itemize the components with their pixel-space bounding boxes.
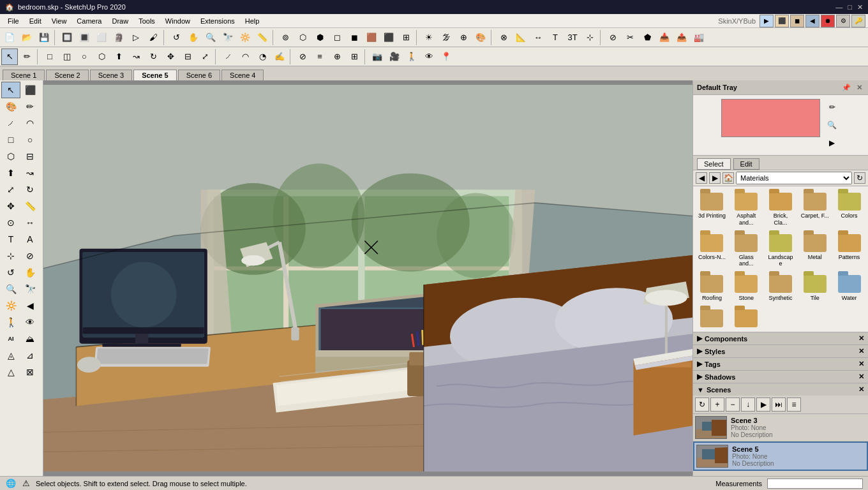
tb-text[interactable]: T: [547, 29, 564, 46]
tool-text[interactable]: T: [1, 231, 20, 248]
tb-sections[interactable]: 📏: [254, 29, 271, 46]
mat-folder-roofing[interactable]: Roofing: [696, 271, 728, 304]
menu-tools[interactable]: Tools: [133, 16, 160, 26]
close-button[interactable]: ✕: [857, 3, 863, 11]
tb-section-plane[interactable]: ⊘: [604, 29, 621, 46]
tool-eraser[interactable]: ✏: [20, 98, 40, 115]
tb-mono[interactable]: ⬛: [380, 29, 397, 46]
tb2-layer[interactable]: ≡: [311, 48, 328, 65]
mat-forward-btn[interactable]: ▶: [709, 172, 721, 184]
scenes-settings-btn[interactable]: ≡: [787, 397, 801, 412]
skin-btn4[interactable]: ◀: [805, 15, 819, 27]
scenes-add-btn[interactable]: +: [710, 397, 724, 412]
color-eyedrop-btn[interactable]: ✏: [824, 99, 841, 115]
materials-dropdown[interactable]: Materials: [736, 172, 852, 184]
tb-pan[interactable]: ✋: [185, 29, 202, 46]
mat-folder-patterns[interactable]: Patterns: [833, 230, 865, 270]
tool-circle[interactable]: ○: [20, 131, 40, 148]
menu-window[interactable]: Window: [160, 16, 195, 26]
tool-rotate[interactable]: ↻: [20, 181, 40, 198]
scenes-panel-close-icon[interactable]: ✕: [858, 385, 864, 394]
tool-move[interactable]: ✥: [1, 198, 20, 214]
tb-import[interactable]: 📥: [656, 29, 673, 46]
tb2-rect[interactable]: □: [41, 48, 58, 65]
scene-item-3[interactable]: Scene 3 Photo: None No Description: [693, 414, 868, 442]
components-close-icon[interactable]: ✕: [858, 334, 864, 343]
tool-scale[interactable]: ⤢: [1, 181, 20, 198]
tb-zoom3[interactable]: 🔆: [237, 29, 253, 46]
styles-close-icon[interactable]: ✕: [858, 347, 864, 355]
tb2-3drect[interactable]: ◫: [59, 48, 75, 65]
mat-folder-wood[interactable]: Wood: [730, 306, 763, 329]
shadows-close-icon[interactable]: ✕: [858, 373, 864, 381]
tb2-line[interactable]: ⟋: [220, 48, 236, 65]
status-icon-geo[interactable]: 🌐: [5, 478, 17, 489]
scenes-delete-btn[interactable]: −: [726, 397, 740, 412]
tool-zoomextents[interactable]: 🔆: [1, 297, 20, 314]
tb2-pie[interactable]: ◔: [254, 48, 271, 65]
tb2-offset[interactable]: ⊟: [179, 48, 196, 65]
scenes-anim2-btn[interactable]: ⏭: [772, 397, 786, 412]
tb-orbit[interactable]: ↺: [168, 29, 184, 46]
scenes-collapse-arrow[interactable]: ▼: [697, 386, 704, 394]
tb-wireframe[interactable]: ⬢: [311, 29, 328, 46]
tb2-section2[interactable]: ⊘: [294, 48, 311, 65]
tb-back-edges[interactable]: ⬡: [294, 29, 311, 46]
mat-folder-3dprint[interactable]: 3d Printing: [696, 189, 728, 228]
menu-help[interactable]: Help: [240, 16, 265, 26]
tb-view-top[interactable]: 🔳: [76, 29, 93, 46]
tb-view-front[interactable]: ⬜: [93, 29, 110, 46]
tool-paint[interactable]: 🎨: [1, 98, 20, 115]
tb-zoom[interactable]: 🔍: [202, 29, 219, 46]
tool-sandbox5[interactable]: ⊠: [20, 364, 40, 380]
tool-ai[interactable]: AI: [1, 330, 20, 347]
tb-tape[interactable]: 📐: [513, 29, 529, 46]
status-icon-warn[interactable]: ⚠: [20, 478, 32, 489]
tb-components[interactable]: ⊕: [455, 29, 472, 46]
tb2-eraser[interactable]: ✏: [19, 48, 35, 65]
skin-btn2[interactable]: ⬛: [775, 15, 789, 27]
tray-close-btn[interactable]: ✕: [854, 82, 864, 93]
tb2-follow[interactable]: ↝: [128, 48, 144, 65]
tb-warehse[interactable]: 🏭: [691, 29, 707, 46]
tb2-scale2[interactable]: ⤢: [197, 48, 213, 65]
tb2-position[interactable]: 📍: [438, 48, 454, 65]
mat-folder-synthetic[interactable]: Synthetic: [765, 271, 797, 304]
tab-edit[interactable]: Edit: [733, 158, 760, 170]
tool-zoom2[interactable]: 🔍: [1, 281, 20, 297]
tb-zoom2[interactable]: 🔭: [220, 29, 236, 46]
tb-open[interactable]: 📂: [19, 29, 35, 46]
mat-folder-glass[interactable]: Glass and...: [730, 230, 763, 270]
tab-select[interactable]: Select: [697, 158, 731, 170]
tb-textured[interactable]: 🟫: [363, 29, 380, 46]
mat-folder-carpet[interactable]: Carpet, F...: [798, 189, 831, 228]
scene-item-5[interactable]: Scene 5 Photo: None No Description: [693, 442, 868, 471]
menu-draw[interactable]: Draw: [107, 16, 133, 26]
tool-sandbox[interactable]: ⛰: [20, 330, 40, 347]
mat-folder-tile[interactable]: Tile: [798, 271, 831, 304]
menu-edit[interactable]: Edit: [24, 16, 47, 26]
mat-folder-colors[interactable]: Colors: [833, 189, 865, 228]
tb2-look[interactable]: 👁: [421, 48, 437, 65]
tool-zoomwindow[interactable]: 🔭: [20, 281, 40, 297]
scene-tab-1[interactable]: Scene 1: [3, 70, 45, 80]
menu-extensions[interactable]: Extensions: [195, 16, 240, 26]
tb-view-iso[interactable]: 🔲: [59, 29, 75, 46]
tb-3dtext[interactable]: 3T: [564, 29, 581, 46]
tool-sandbox4[interactable]: △: [1, 364, 20, 380]
tb2-move[interactable]: ✥: [162, 48, 179, 65]
skin-btn3[interactable]: ◼: [790, 15, 804, 27]
scene-tab-5[interactable]: Scene 5: [133, 70, 177, 80]
tool-polygon[interactable]: ⬡: [1, 148, 20, 165]
tool-arc[interactable]: ◠: [20, 115, 40, 131]
scenes-update-btn[interactable]: ↓: [741, 397, 755, 412]
tb-section-cut[interactable]: ✂: [622, 29, 638, 46]
tool-orbit[interactable]: ↺: [1, 264, 20, 281]
tool-select[interactable]: ↖: [1, 82, 20, 98]
tool-pushpull[interactable]: ⬆: [1, 165, 20, 181]
skin-record[interactable]: ⏺: [821, 15, 835, 27]
tb-shaded[interactable]: ◼: [346, 29, 363, 46]
tb2-push[interactable]: ⬆: [110, 48, 127, 65]
tb2-group[interactable]: ⊞: [346, 48, 363, 65]
color-fill-btn[interactable]: ▶: [824, 135, 841, 151]
